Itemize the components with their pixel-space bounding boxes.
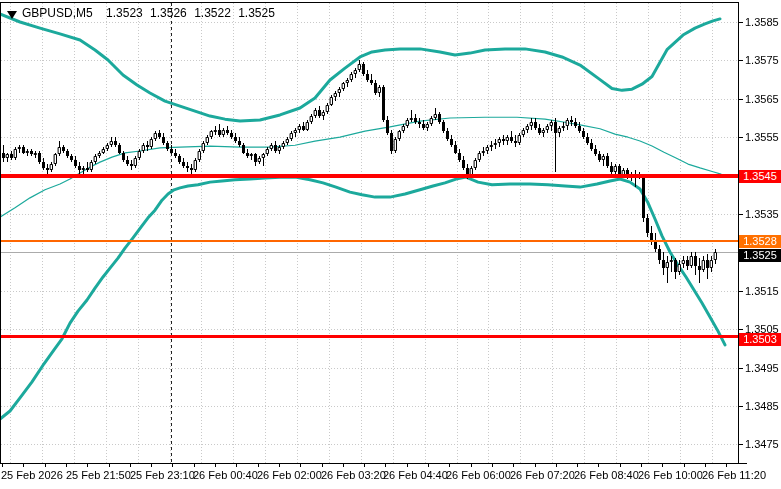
- time-axis-label: 26 Feb 03:20: [321, 469, 386, 481]
- dropdown-triangle-icon[interactable]: [7, 11, 17, 19]
- time-axis-label: 26 Feb 04:40: [383, 469, 448, 481]
- time-axis-label: 25 Feb 23:10: [130, 469, 195, 481]
- price-chart-canvas[interactable]: [0, 0, 781, 489]
- symbol-period-label: GBPUSD,M5: [22, 6, 93, 20]
- price-level-badge: 1.3528: [739, 235, 781, 248]
- price-level-badge: 1.3545: [739, 170, 781, 183]
- price-level-badge: 1.3525: [739, 249, 781, 262]
- quote-close: 1.3525: [238, 6, 275, 20]
- quote-low: 1.3522: [194, 6, 231, 20]
- price-axis-label: 1.3515: [745, 285, 779, 297]
- time-axis-label: 26 Feb 11:20: [702, 469, 766, 481]
- price-axis-label: 1.3555: [745, 131, 779, 143]
- price-axis-label: 1.3585: [745, 16, 779, 28]
- quote-open: 1.3523: [106, 6, 143, 20]
- time-axis-label: 26 Feb 10:00: [638, 469, 703, 481]
- time-axis-label: 25 Feb 21:50: [66, 469, 131, 481]
- price-axis-label: 1.3495: [745, 362, 779, 374]
- time-axis-label: 26 Feb 06:00: [446, 469, 511, 481]
- price-axis-label: 1.3575: [745, 54, 779, 66]
- time-axis-label: 26 Feb 02:00: [257, 469, 322, 481]
- price-axis-label: 1.3565: [745, 93, 779, 105]
- quote-readout: GBPUSD,M5 1.3523 1.3526 1.3522 1.3525: [22, 6, 279, 20]
- time-axis-label: 26 Feb 00:40: [193, 469, 258, 481]
- price-level-badge: 1.3503: [739, 333, 781, 346]
- price-axis-label: 1.3475: [745, 438, 779, 450]
- price-axis-label: 1.3485: [745, 400, 779, 412]
- forex-chart-window: GBPUSD,M5 1.3523 1.3526 1.3522 1.3525 1.…: [0, 0, 781, 489]
- time-axis-label: 26 Feb 08:40: [574, 469, 639, 481]
- price-axis-label: 1.3535: [745, 208, 779, 220]
- time-axis-label: 26 Feb 07:20: [510, 469, 575, 481]
- quote-high: 1.3526: [150, 6, 187, 20]
- time-axis-label: 25 Feb 2026: [1, 469, 63, 481]
